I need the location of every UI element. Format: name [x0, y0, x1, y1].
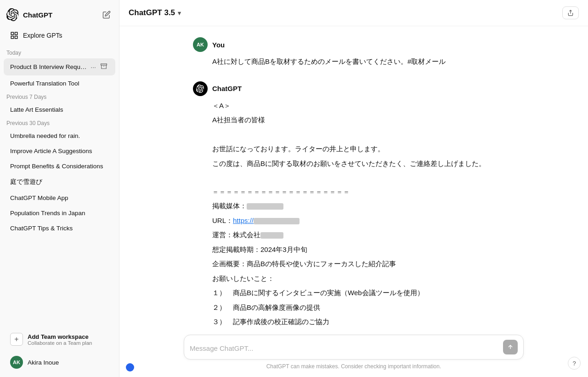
model-name: ChatGPT 3.5 — [129, 8, 175, 17]
sidebar-item-umbrella[interactable]: Umbrella needed for rain. — [4, 129, 115, 143]
sidebar-item-latte-art[interactable]: Latte Art Essentials — [4, 103, 115, 117]
sidebar-item-powerful-translation[interactable]: Powerful Translation Tool — [4, 76, 115, 91]
disclaimer-text: ChatGPT can make mistakes. Consider chec… — [184, 363, 524, 370]
app-name: ChatGPT — [23, 11, 52, 19]
main-panel: ChatGPT 3.5 ▾ AK You A社に対して商品Bを取材するためのメー… — [119, 0, 588, 377]
new-chat-button[interactable] — [101, 9, 113, 21]
gpt-plan-line: 企画概要：商品Bの特長や使い方にフォーカスした紹介記事 — [212, 258, 514, 270]
sidebar-item-prompt-benefits[interactable]: Prompt Benefits & Considerations — [4, 159, 115, 173]
input-area: ChatGPT can make mistakes. Consider chec… — [119, 330, 588, 377]
gpt-request-1: １） 商品Bに関するインタビューの実施（Web会議ツールを使用） — [212, 287, 514, 299]
archive-button[interactable] — [99, 62, 109, 72]
grid-icon — [10, 31, 18, 40]
user-name: Akira Inoue — [28, 359, 59, 366]
chat-input-box — [184, 335, 524, 360]
prev30-section-label: Previous 30 Days — [0, 117, 119, 128]
sidebar-item-chatgpt-mobile[interactable]: ChatGPT Mobile App — [4, 191, 115, 205]
gpt-request-2: ２） 商品Bの高解像度画像の提供 — [212, 302, 514, 314]
sidebar-item-niwa-yuki-label: 庭で雪遊び — [10, 178, 109, 186]
sidebar-item-latte-art-label: Latte Art Essentials — [10, 106, 109, 113]
sidebar-item-chatgpt-mobile-label: ChatGPT Mobile App — [10, 194, 109, 201]
main-header: ChatGPT 3.5 ▾ — [119, 0, 588, 26]
gpt-line-4: お世話になっております。ライターの井上と申します。 — [212, 143, 514, 155]
chatgpt-icon — [6, 8, 19, 21]
chevron-down-icon: ▾ — [178, 10, 181, 17]
sidebar-item-umbrella-label: Umbrella needed for rain. — [10, 132, 109, 139]
sidebar-item-product-b[interactable]: Product B Interview Reques... ··· — [4, 58, 115, 75]
share-icon — [567, 10, 574, 16]
svg-rect-3 — [15, 36, 17, 39]
model-selector[interactable]: ChatGPT 3.5 ▾ — [129, 8, 181, 17]
user-avatar-initials: AK — [197, 42, 204, 47]
help-button[interactable]: ? — [568, 357, 581, 370]
sidebar-item-chatgpt-tips[interactable]: ChatGPT Tips & Tricks — [4, 221, 115, 235]
blue-indicator-dot — [126, 363, 134, 371]
add-team-workspace[interactable]: + Add Team workspace Collaborate on a Te… — [4, 328, 115, 350]
app-logo: ChatGPT — [6, 8, 52, 21]
prev7-section-label: Previous 7 Days — [0, 91, 119, 102]
svg-rect-1 — [15, 32, 17, 34]
gpt-request-3: ３） 記事作成後の校正確認のご協力 — [212, 316, 514, 328]
redacted-company — [260, 232, 283, 239]
send-button[interactable] — [503, 340, 518, 354]
assistant-message-header: ChatGPT — [193, 81, 514, 96]
add-team-subtitle: Collaborate on a Team plan — [28, 340, 92, 346]
sidebar-item-actions: ··· — [89, 62, 109, 72]
sidebar-item-product-b-label: Product B Interview Reques... — [10, 63, 89, 70]
gpt-line-3 — [212, 129, 514, 141]
user-message-header: AK You — [193, 37, 514, 52]
gpt-request-label: お願いしたいこと： — [212, 273, 514, 285]
gpt-line-1: ＜A＞ — [212, 100, 514, 112]
assistant-message-content: ＜A＞ A社担当者の皆様 お世話になっております。ライターの井上と申します。 こ… — [193, 100, 514, 331]
svg-rect-4 — [101, 64, 107, 65]
gpt-avatar — [193, 81, 208, 96]
sidebar-item-population-trends-label: Population Trends in Japan — [10, 210, 109, 217]
user-initials: AK — [13, 360, 20, 365]
sidebar-item-population-trends[interactable]: Population Trends in Japan — [4, 206, 115, 220]
assistant-message-block: ChatGPT ＜A＞ A社担当者の皆様 お世話になっております。ライターの井上… — [184, 81, 524, 331]
user-sender-name: You — [212, 41, 225, 49]
gpt-company-line: 運営：株式会社 — [212, 229, 514, 241]
add-team-title: Add Team workspace — [28, 333, 92, 340]
share-button[interactable] — [562, 6, 579, 19]
user-message-block: AK You A社に対して商品Bを取材するためのメールを書いてください。#取材メ… — [184, 37, 524, 70]
sidebar-item-niwa-yuki[interactable]: 庭で雪遊び — [4, 174, 115, 190]
svg-rect-0 — [11, 32, 13, 34]
explore-gpts-item[interactable]: Explore GPTs — [4, 28, 115, 43]
sidebar: ChatGPT Explore GPTs Today Product B Int… — [0, 0, 119, 377]
sidebar-item-prompt-benefits-label: Prompt Benefits & Considerations — [10, 163, 109, 170]
more-options-button[interactable]: ··· — [89, 63, 98, 72]
sidebar-item-improve-article[interactable]: Improve Article A Suggestions — [4, 144, 115, 158]
sidebar-item-chatgpt-tips-label: ChatGPT Tips & Tricks — [10, 225, 109, 232]
chat-input[interactable] — [190, 343, 499, 354]
sidebar-header: ChatGPT — [0, 4, 119, 26]
assistant-sender-name: ChatGPT — [212, 85, 242, 92]
redacted-url: https:// — [233, 217, 300, 224]
today-section-label: Today — [0, 47, 119, 58]
send-icon — [507, 344, 514, 350]
user-avatar: AK — [193, 37, 208, 52]
sidebar-item-powerful-translation-label: Powerful Translation Tool — [10, 80, 109, 87]
add-team-icon: + — [10, 333, 23, 346]
gpt-logo-icon — [196, 85, 204, 93]
gpt-line-6 — [212, 172, 514, 184]
user-message-text: A社に対して商品Bを取材するためのメールを書いてください。#取材メール — [212, 56, 514, 68]
sidebar-item-improve-article-label: Improve Article A Suggestions — [10, 148, 109, 154]
redacted-media — [247, 203, 283, 210]
svg-rect-2 — [11, 36, 13, 39]
user-message-content: A社に対して商品Bを取材するためのメールを書いてください。#取材メール — [193, 56, 514, 68]
avatar: AK — [10, 356, 23, 369]
user-profile[interactable]: AK Akira Inoue — [4, 351, 115, 373]
gpt-url-line: URL：https:// — [212, 215, 514, 227]
chat-area: AK You A社に対して商品Bを取材するためのメールを書いてください。#取材メ… — [119, 26, 588, 330]
explore-gpts-label: Explore GPTs — [23, 32, 62, 39]
gpt-media-line: 掲載媒体： — [212, 200, 514, 212]
gpt-date-line: 想定掲載時期：2024年3月中旬 — [212, 244, 514, 256]
gpt-line-2: A社担当者の皆様 — [212, 114, 514, 126]
divider-top: ＝＝＝＝＝＝＝＝＝＝＝＝＝＝＝＝＝＝＝＝ — [212, 187, 514, 198]
gpt-line-5: この度は、商品Bに関する取材のお願いをさせていただきたく、ご連絡差し上げました。 — [212, 158, 514, 170]
